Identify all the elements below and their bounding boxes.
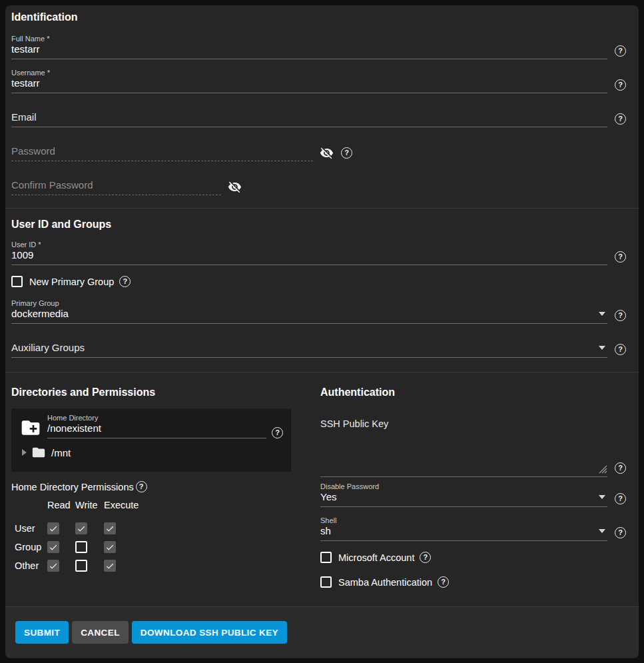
user-execute-checkbox[interactable] [104,522,116,534]
ssh-public-key-help-icon[interactable] [615,462,626,474]
identification-title: Identification [11,5,626,23]
home-directory-permissions-header: Home Directory Permissions [11,481,291,492]
username-help-icon[interactable] [615,79,626,91]
section-user-id-groups: User ID and Groups User ID * 1009 New Pr… [5,208,639,372]
shell-help-icon[interactable] [615,527,626,538]
other-execute-checkbox[interactable] [104,560,116,572]
ssh-public-key-label: SSH Public Key [320,419,626,428]
home-directory-help-icon[interactable] [272,427,283,438]
ssh-public-key-field [320,428,626,477]
authentication-column: Authentication SSH Public Key Disable Pa… [320,387,626,588]
user-read-checkbox[interactable] [47,522,59,534]
primary-group-field: Primary Group dockermedia [11,299,626,324]
password-help-icon[interactable] [341,147,352,159]
permissions-row-user: User [11,523,47,534]
new-primary-group-checkbox[interactable] [11,276,23,287]
full-name-input[interactable]: Full Name * testarr [11,35,607,59]
user-write-checkbox[interactable] [75,522,87,534]
dropdown-arrow-icon[interactable] [599,346,605,350]
email-placeholder: Email [11,111,37,123]
shell-label: Shell [320,516,607,524]
microsoft-account-checkbox[interactable] [320,552,332,563]
dropdown-arrow-icon[interactable] [599,495,605,499]
username-field: Username * testarr [11,69,626,93]
home-directory-permissions-help-icon[interactable] [136,481,147,492]
disable-password-field: Disable Password Yes [320,482,626,507]
auxiliary-groups-field: Auxiliary Groups [11,342,626,358]
home-directory-value: /nonexistent [47,422,101,434]
home-directory-row: Home Directory /nonexistent [20,414,283,438]
email-help-icon[interactable] [615,113,626,125]
home-directory-label: Home Directory [47,414,266,422]
confirm-password-visibility-toggle-icon[interactable] [228,180,242,194]
home-directory-tree: Home Directory /nonexistent /mnt [11,408,291,472]
password-placeholder: Password [11,145,55,157]
resize-handle-icon[interactable] [599,465,607,474]
confirm-password-input[interactable]: Confirm Password [11,180,221,195]
username-label: Username * [11,69,607,77]
ssh-public-key-textarea[interactable] [320,428,607,477]
auxiliary-groups-select[interactable]: Auxiliary Groups [11,342,607,358]
shell-field: Shell sh [320,516,626,541]
user-id-help-icon[interactable] [615,251,626,263]
samba-authentication-label: Samba Authentication [338,577,432,588]
tree-item-mnt[interactable]: /mnt [20,445,283,460]
section-identification: Identification Full Name * testarr Usern… [5,5,639,208]
download-ssh-public-key-button[interactable]: DOWNLOAD SSH PUBLIC KEY [132,621,287,644]
folder-icon [31,445,46,460]
group-read-checkbox[interactable] [47,541,59,553]
permissions-table: Read Write Execute User Group Other [11,500,291,575]
full-name-field: Full Name * testarr [11,35,626,59]
dropdown-arrow-icon[interactable] [599,312,605,316]
new-primary-group-help-icon[interactable] [119,276,131,287]
group-write-checkbox[interactable] [75,541,87,553]
home-directory-input[interactable]: Home Directory /nonexistent [47,414,266,438]
primary-group-label: Primary Group [11,299,607,307]
disable-password-value: Yes [320,491,336,502]
form-actions: SUBMIT CANCEL DOWNLOAD SSH PUBLIC KEY [5,606,639,658]
submit-button[interactable]: SUBMIT [15,621,69,644]
password-input[interactable]: Password [11,146,313,161]
email-field: Email [11,112,626,127]
confirm-password-placeholder: Confirm Password [11,179,93,191]
shell-select[interactable]: Shell sh [320,516,607,541]
primary-group-select[interactable]: Primary Group dockermedia [11,299,607,324]
username-input[interactable]: Username * testarr [11,69,607,93]
disable-password-select[interactable]: Disable Password Yes [320,482,607,507]
group-execute-checkbox[interactable] [104,541,116,553]
email-input[interactable]: Email [11,112,607,127]
auxiliary-groups-placeholder: Auxiliary Groups [11,342,85,353]
microsoft-account-row: Microsoft Account [320,552,626,563]
permissions-column-execute: Execute [104,500,144,520]
dropdown-arrow-icon[interactable] [599,529,605,533]
microsoft-account-label: Microsoft Account [338,552,414,563]
microsoft-account-help-icon[interactable] [420,552,431,563]
user-id-value: 1009 [11,249,33,261]
disable-password-help-icon[interactable] [615,493,626,504]
directories-title: Directories and Permissions [11,387,291,398]
tree-item-label: /mnt [51,447,71,458]
folder-plus-icon[interactable] [20,417,41,438]
user-id-input[interactable]: User ID * 1009 [11,241,607,265]
user-id-label: User ID * [11,241,607,249]
user-form-card: Identification Full Name * testarr Usern… [5,5,639,658]
cancel-button[interactable]: CANCEL [72,621,129,644]
user-id-groups-title: User ID and Groups [11,209,626,230]
password-field: Password [11,146,626,161]
primary-group-value: dockermedia [11,308,69,319]
samba-authentication-help-icon[interactable] [438,576,449,588]
full-name-help-icon[interactable] [615,45,626,57]
password-visibility-toggle-icon[interactable] [320,146,334,160]
new-primary-group-label: New Primary Group [29,277,114,287]
authentication-title: Authentication [320,387,626,398]
expand-caret-icon[interactable] [22,449,27,456]
permissions-row-other: Other [11,560,47,571]
auxiliary-groups-help-icon[interactable] [615,344,626,355]
other-read-checkbox[interactable] [47,560,59,572]
samba-authentication-checkbox[interactable] [320,576,332,588]
user-id-field: User ID * 1009 [11,241,626,265]
primary-group-help-icon[interactable] [615,310,626,321]
confirm-password-field: Confirm Password [11,180,626,195]
full-name-label: Full Name * [11,35,607,43]
other-write-checkbox[interactable] [75,560,87,572]
